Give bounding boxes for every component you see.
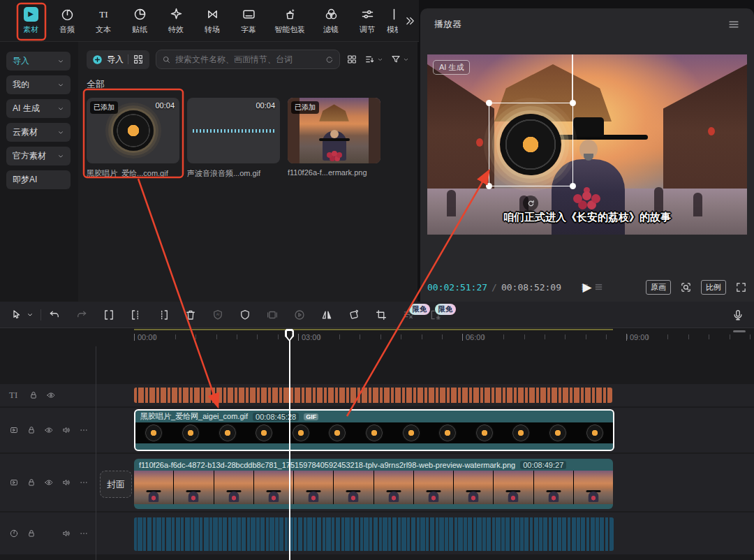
media-thumbnail[interactable]: 已添加 bbox=[288, 98, 380, 163]
sidebar-item-我的[interactable]: 我的 bbox=[6, 75, 71, 94]
redo-icon[interactable] bbox=[75, 309, 88, 321]
more-options-icon[interactable] bbox=[79, 425, 89, 435]
more-options-icon[interactable] bbox=[79, 529, 89, 538]
gif-frame bbox=[145, 424, 163, 442]
zoom-fit-icon[interactable] bbox=[680, 281, 692, 293]
media-thumbnail[interactable]: 已添加00:04 bbox=[87, 98, 179, 163]
sidebar-item-云素材[interactable]: 云素材 bbox=[6, 123, 71, 142]
player-menu-icon[interactable] bbox=[727, 18, 740, 31]
lock-icon[interactable] bbox=[27, 478, 36, 487]
sidebar-item-官方素材[interactable]: 官方素材 bbox=[6, 147, 71, 165]
gif-track-header bbox=[0, 408, 96, 452]
visibility-icon[interactable] bbox=[46, 390, 56, 400]
tab-caption[interactable]: 字幕 bbox=[230, 0, 267, 41]
gif-clip-label: 黑胶唱片_爱给网_aigei_com.gif 00:08:45:28 GIF bbox=[135, 411, 613, 422]
media-item-2[interactable]: 已添加f110f26a-f...ermark.png bbox=[288, 98, 380, 179]
tab-smartpack[interactable]: 智能包装 bbox=[267, 0, 313, 41]
scrollbar-hint[interactable] bbox=[733, 330, 746, 332]
search-input[interactable]: 搜索文件名称、画面情节、台词 bbox=[156, 50, 340, 69]
subtitle-clips-strip[interactable] bbox=[134, 388, 612, 403]
visibility-icon[interactable] bbox=[44, 478, 54, 487]
duration-label: 00:04 bbox=[256, 101, 275, 110]
tab-material[interactable]: ▶素材 bbox=[13, 0, 49, 41]
tab-fx[interactable]: 特效 bbox=[158, 0, 194, 41]
media-thumbnail[interactable]: 00:04 bbox=[187, 98, 280, 163]
timeline-panel: AI 限免 限免 00:0003:0006:0009:00 bbox=[0, 302, 754, 560]
cover-button[interactable]: 封面 bbox=[100, 471, 132, 498]
preview-play-icon[interactable] bbox=[293, 309, 306, 321]
mute-icon[interactable] bbox=[61, 478, 71, 487]
handle-top-left[interactable] bbox=[486, 100, 492, 106]
gif-tag: GIF bbox=[304, 413, 318, 420]
sidebar-item-即梦AI[interactable]: 即梦AI bbox=[6, 170, 71, 189]
ratio-button[interactable]: 比例 bbox=[701, 280, 726, 295]
chevron-down-icon bbox=[57, 129, 64, 136]
split-keep-left-icon[interactable] bbox=[130, 309, 142, 321]
delete-icon[interactable] bbox=[184, 309, 197, 321]
sidebar-item-导入[interactable]: 导入 bbox=[6, 52, 71, 71]
mute-icon[interactable] bbox=[61, 425, 71, 435]
image-clip[interactable]: f110f26a-f6dc-4872-b13d-28bcddb8c781_175… bbox=[134, 459, 613, 509]
grid-view-button[interactable] bbox=[346, 54, 357, 65]
audio-icon bbox=[60, 7, 75, 22]
tab-label: 素材 bbox=[23, 24, 38, 35]
crop-icon[interactable] bbox=[375, 309, 387, 321]
timeline-ruler[interactable]: 00:0003:0006:0009:00 bbox=[0, 328, 754, 348]
smartpack-icon bbox=[283, 7, 297, 22]
more-options-icon[interactable] bbox=[79, 478, 89, 487]
filter-button[interactable] bbox=[390, 54, 409, 65]
video-preview[interactable]: AI 生成 咱们正式进入《长安的荔枝》的故事 bbox=[427, 54, 747, 235]
sidebar-item-AI 生成[interactable]: AI 生成 bbox=[6, 99, 71, 118]
mirror-flip-icon[interactable] bbox=[320, 309, 333, 321]
original-quality-button[interactable]: 原画 bbox=[646, 280, 671, 295]
ruler-label: 00:00 bbox=[134, 333, 157, 341]
tab-audio[interactable]: 音频 bbox=[49, 0, 85, 41]
split-icon[interactable] bbox=[103, 309, 115, 321]
overlay-icon[interactable] bbox=[266, 309, 279, 321]
visibility-icon[interactable] bbox=[44, 425, 54, 435]
lock-icon[interactable] bbox=[27, 425, 36, 435]
media-item-0[interactable]: 已添加00:04黑胶唱片_爱给...com.gif bbox=[87, 98, 179, 179]
play-button[interactable]: ▶ bbox=[582, 280, 591, 295]
image-frame bbox=[494, 471, 533, 504]
fullscreen-icon[interactable] bbox=[735, 281, 747, 293]
image-frame bbox=[174, 471, 213, 504]
selection-box[interactable] bbox=[489, 103, 573, 186]
media-view-tools bbox=[346, 54, 409, 65]
media-item-1[interactable]: 00:04声波音浪音频...om.gif bbox=[187, 98, 280, 179]
tab-transition[interactable]: 转场 bbox=[194, 0, 230, 41]
tab-sticker[interactable]: 贴纸 bbox=[121, 0, 158, 41]
rotate-handle[interactable] bbox=[523, 196, 538, 211]
lock-icon[interactable] bbox=[29, 390, 38, 400]
lock-icon[interactable] bbox=[27, 529, 36, 538]
tab-adjust[interactable]: 调节 bbox=[349, 0, 385, 41]
tab-text[interactable]: TI文本 bbox=[85, 0, 121, 41]
playhead-line[interactable] bbox=[289, 329, 290, 560]
mute-icon[interactable] bbox=[61, 529, 71, 538]
handle-bottom-right[interactable] bbox=[570, 183, 576, 189]
sidebar-item-label: 官方素材 bbox=[13, 150, 46, 162]
handle-bottom-left[interactable] bbox=[486, 183, 492, 189]
player-header: 播放器 bbox=[420, 8, 754, 31]
record-voice-icon[interactable] bbox=[732, 309, 744, 321]
audio-clips-strip[interactable] bbox=[134, 517, 614, 551]
smart-keying-icon[interactable]: AI bbox=[212, 309, 224, 321]
chevron-down-icon[interactable] bbox=[27, 311, 34, 318]
tab-filter[interactable]: 滤镜 bbox=[313, 0, 349, 41]
mask-icon[interactable] bbox=[239, 309, 251, 321]
player-controls: 00:02:51:27 / 00:08:52:09 ▶ 原画 比例 bbox=[427, 278, 747, 296]
tab-template[interactable]: 模板 bbox=[385, 0, 398, 41]
select-tool-icon[interactable] bbox=[10, 309, 22, 321]
section-all-label[interactable]: 全部 bbox=[87, 78, 417, 91]
import-button[interactable]: 导入 bbox=[87, 50, 149, 69]
sort-button[interactable] bbox=[364, 54, 383, 65]
qr-code-icon[interactable] bbox=[133, 54, 144, 65]
split-keep-right-icon[interactable] bbox=[157, 309, 170, 321]
gif-frame bbox=[292, 424, 310, 442]
list-grid-icon[interactable] bbox=[593, 282, 604, 292]
rotate-clip-icon[interactable] bbox=[348, 309, 360, 321]
undo-icon[interactable] bbox=[48, 309, 61, 321]
gif-clip[interactable]: 黑胶唱片_爱给网_aigei_com.gif 00:08:45:28 GIF bbox=[134, 409, 614, 451]
more-tabs-button[interactable] bbox=[401, 15, 419, 27]
refresh-icon[interactable] bbox=[325, 55, 334, 64]
